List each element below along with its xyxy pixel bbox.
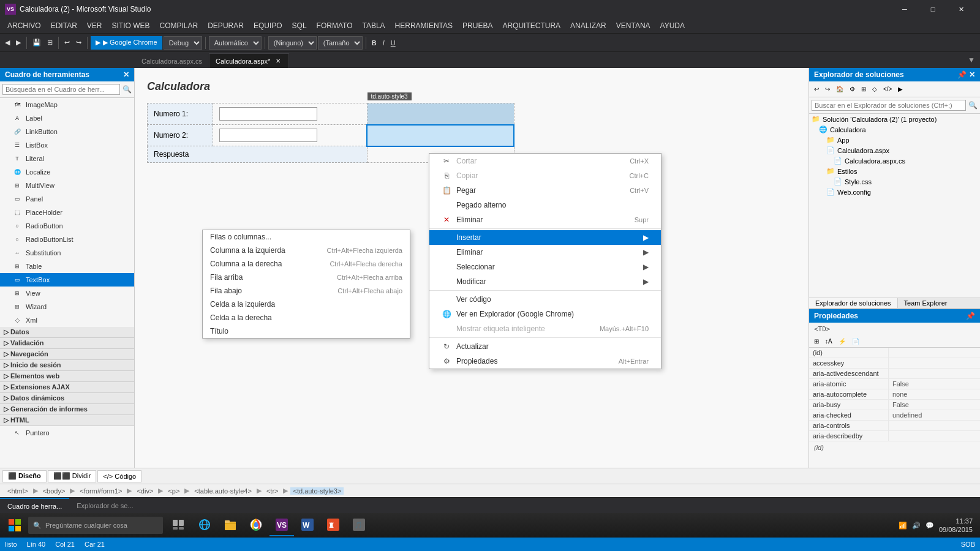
- menu-equipo[interactable]: EQUIPO: [249, 18, 287, 34]
- toolbar-save[interactable]: 💾: [30, 36, 43, 50]
- toolbox-item-listbox[interactable]: ☰ ListBox: [0, 138, 134, 152]
- sol-stylecss[interactable]: 📄 Style.css: [809, 176, 980, 187]
- view-tab-codigo[interactable]: </> Código: [97, 470, 141, 482]
- prop-value-aria-busy[interactable]: False: [889, 400, 980, 410]
- ctx-pegado-alterno[interactable]: Pegado alterno: [429, 198, 661, 212]
- menu-ver[interactable]: VER: [82, 18, 107, 34]
- menu-arquitectura[interactable]: ARQUITECTURA: [497, 18, 565, 34]
- prop-pages[interactable]: 📄: [850, 337, 862, 346]
- submenu-fila-abj[interactable]: Fila abajo Ctrl+Alt+Flecha abajo: [203, 284, 410, 298]
- textbox-numero2[interactable]: [219, 129, 317, 142]
- toolbox-item-localize[interactable]: 🌐 Localize: [0, 165, 134, 179]
- menu-sitioweb[interactable]: SITIO WEB: [107, 18, 155, 34]
- prop-value-aria-activedescendant[interactable]: [889, 369, 980, 378]
- taskbar-app3[interactable]: 🎵: [347, 514, 371, 536]
- start-button[interactable]: [2, 514, 27, 536]
- taskbar-chrome[interactable]: [244, 514, 268, 536]
- menu-compilar[interactable]: COMPILAR: [155, 18, 203, 34]
- taskbar-clock[interactable]: 11:37 09/08/2015: [939, 517, 973, 534]
- sol-calculadora-cs[interactable]: 📄 Calculadora.aspx.cs: [809, 156, 980, 166]
- menu-depurar[interactable]: DEPURAR: [203, 18, 249, 34]
- taskbar-vs[interactable]: VS: [270, 514, 294, 536]
- toolbox-item-label[interactable]: A Label: [0, 111, 134, 125]
- breadcrumb-item-html[interactable]: <html>: [5, 487, 31, 495]
- section-html[interactable]: ▷ HTML: [0, 415, 134, 426]
- breadcrumb-item-body[interactable]: <body>: [40, 487, 68, 495]
- breadcrumb-item-p[interactable]: <p>: [165, 487, 182, 495]
- tab-calculadora-aspx[interactable]: Calculadora.aspx* ✕: [209, 53, 289, 68]
- sol-webconfig[interactable]: 📄 Web.config: [809, 187, 980, 197]
- toolbox-item-view[interactable]: ⊞ View: [0, 287, 134, 300]
- close-button[interactable]: ✕: [947, 0, 975, 18]
- sol-btn6[interactable]: ◇: [870, 84, 880, 94]
- sol-project[interactable]: 🌐 Calculadora: [809, 124, 980, 135]
- menu-tabla[interactable]: TABLA: [357, 18, 390, 34]
- breadcrumb-item-div[interactable]: <div>: [134, 487, 156, 495]
- toolbox-item-wizard[interactable]: ⊞ Wizard: [0, 300, 134, 313]
- ctx-seleccionar[interactable]: Seleccionar ▶: [429, 260, 661, 274]
- toolbox-item-substitution[interactable]: ↔ Substitution: [0, 246, 134, 260]
- sol-btn3[interactable]: 🏠: [834, 84, 846, 94]
- size-dropdown[interactable]: (Tamaño: [318, 36, 363, 50]
- prop-value-id[interactable]: [889, 348, 980, 358]
- taskbar-task-view[interactable]: [167, 514, 191, 536]
- ctx-eliminar[interactable]: ✕ Eliminar Supr: [429, 212, 661, 227]
- toolbox-item-placeholder[interactable]: ⬚ PlaceHolder: [0, 206, 134, 219]
- tab-close-button[interactable]: ✕: [274, 57, 282, 66]
- view-tab-dividir[interactable]: ⬛⬛ Dividir: [48, 470, 97, 482]
- sol-tab-team[interactable]: Team Explorer: [898, 298, 954, 308]
- menu-herramientas[interactable]: HERRAMIENTAS: [390, 18, 458, 34]
- toolbox-item-imagemap[interactable]: 🗺 ImageMap: [0, 98, 134, 111]
- prop-sort-cat[interactable]: ⊞: [812, 337, 821, 346]
- taskbar-word[interactable]: W: [295, 514, 320, 536]
- prop-sort-alpha[interactable]: ↕A: [823, 337, 835, 346]
- menu-archivo[interactable]: ARCHIVO: [2, 18, 46, 34]
- toolbar-underline[interactable]: U: [388, 36, 398, 50]
- menu-formato[interactable]: FORMATO: [312, 18, 358, 34]
- maximize-button[interactable]: □: [919, 0, 947, 18]
- ctx-cortar[interactable]: ✂ Cortar Ctrl+X: [429, 154, 661, 168]
- toolbox-item-panel[interactable]: ▭ Panel: [0, 192, 134, 206]
- section-datos[interactable]: ▷ Datos: [0, 327, 134, 338]
- submenu-celda-izq[interactable]: Celda a la izquierda: [203, 298, 410, 311]
- taskbar-ie[interactable]: [192, 514, 217, 536]
- sol-btn2[interactable]: ↪: [823, 84, 832, 94]
- menu-sql[interactable]: SQL: [287, 18, 312, 34]
- tab-calculadora-cs[interactable]: Calculadora.aspx.cs: [135, 53, 209, 68]
- toolbar-bold[interactable]: B: [369, 36, 379, 50]
- taskbar-explorer[interactable]: [218, 514, 243, 536]
- taskbar-search[interactable]: 🔍 Pregúntame cualquier cosa: [28, 517, 163, 534]
- sol-search-input[interactable]: [812, 100, 966, 111]
- bottom-tab-explorador[interactable]: Explorador de se...: [69, 498, 140, 514]
- prop-value-accesskey[interactable]: [889, 358, 980, 368]
- menu-ventana[interactable]: VENTANA: [611, 18, 655, 34]
- submenu-fila-arr[interactable]: Fila arriba Ctrl+Alt+Flecha arriba: [203, 271, 410, 284]
- breadcrumb-item-table[interactable]: <table.auto-style4>: [192, 487, 254, 495]
- ctx-ver-explorador[interactable]: 🌐 Ver en Explorador (Google Chrome): [429, 307, 661, 321]
- prop-value-aria-autocomplete[interactable]: none: [889, 389, 980, 399]
- toolbar-italic[interactable]: I: [380, 36, 387, 50]
- sol-tab-sol[interactable]: Explorador de soluciones: [809, 298, 898, 308]
- ctx-eliminar2[interactable]: Eliminar ▶: [429, 245, 661, 260]
- sol-calculadora-aspx[interactable]: 📄 Calculadora.aspx: [809, 145, 980, 156]
- view-tab-diseno[interactable]: ⬛ Diseño: [2, 470, 47, 482]
- menu-editar[interactable]: EDITAR: [46, 18, 82, 34]
- config-dropdown[interactable]: Debug: [164, 36, 202, 50]
- sol-estilos[interactable]: 📁 Estilos: [809, 166, 980, 176]
- sol-btn1[interactable]: ↩: [812, 84, 821, 94]
- toolbox-item-table[interactable]: ⊞ Table: [0, 260, 134, 273]
- toolbox-item-linkbutton[interactable]: 🔗 LinkButton: [0, 125, 134, 138]
- menu-analizar[interactable]: ANALIZAR: [565, 18, 611, 34]
- toolbox-item-multiview[interactable]: ⊞ MultiView: [0, 179, 134, 192]
- minimize-button[interactable]: ─: [891, 0, 919, 18]
- section-elementos[interactable]: ▷ Elementos web: [0, 371, 134, 382]
- sol-btn5[interactable]: ⊞: [859, 84, 869, 94]
- toolbox-item-xml[interactable]: ◇ Xml: [0, 313, 134, 327]
- sol-btn7[interactable]: </>: [881, 84, 894, 94]
- toolbox-item-literal[interactable]: T Literal: [0, 152, 134, 165]
- prop-value-aria-atomic[interactable]: False: [889, 379, 980, 389]
- sol-pin-icon[interactable]: 📌: [957, 70, 967, 79]
- section-informes[interactable]: ▷ Generación de informes: [0, 404, 134, 415]
- breadcrumb-item-tr[interactable]: <tr>: [264, 487, 281, 495]
- section-inicio[interactable]: ▷ Inicio de sesión: [0, 360, 134, 371]
